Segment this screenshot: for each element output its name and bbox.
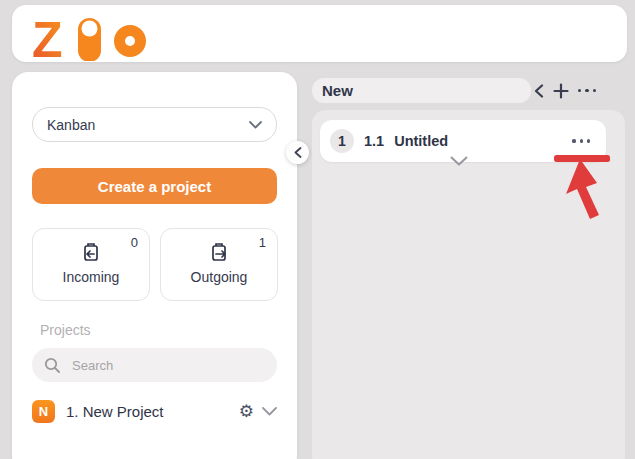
plus-icon: [553, 83, 569, 99]
task-number-badge: 1: [330, 129, 354, 153]
task-menu-button[interactable]: [572, 139, 590, 142]
column-nav: [534, 78, 596, 103]
column-back-button[interactable]: [534, 84, 544, 98]
outgoing-card[interactable]: 1 Outgoing: [160, 228, 278, 301]
view-mode-value: Kanban: [47, 117, 95, 133]
projects-section-label: Projects: [40, 322, 91, 338]
outgoing-count: 1: [259, 235, 266, 250]
create-project-button[interactable]: Create a project: [32, 168, 277, 204]
task-code: 1.1: [364, 133, 384, 149]
project-search: [32, 348, 277, 382]
project-avatar: N: [32, 400, 55, 423]
logo-i-dot: [82, 21, 98, 37]
chevron-left-icon: [534, 84, 544, 98]
app-window: Z Kanban Create a project 0: [0, 0, 635, 459]
ellipsis-icon: [578, 89, 581, 92]
search-icon: [44, 357, 61, 374]
task-title: Untitled: [394, 133, 448, 149]
project-name: 1. New Project: [66, 403, 239, 420]
chevron-down-icon: [249, 121, 262, 129]
column-title-field[interactable]: New: [312, 78, 531, 103]
zio-logo[interactable]: Z: [26, 11, 166, 61]
top-header-bar: Z: [12, 5, 627, 62]
incoming-card[interactable]: 0 Incoming: [32, 228, 150, 301]
logo-letter-z: Z: [32, 12, 63, 61]
project-chevron-down-icon[interactable]: [262, 407, 277, 416]
left-sidebar: Kanban Create a project 0 Incoming 1: [12, 72, 297, 459]
gear-icon[interactable]: ⚙: [239, 403, 254, 420]
column-title: New: [322, 82, 353, 99]
sidebar-collapse-button[interactable]: [286, 141, 309, 164]
column-panel: 1 1.1 Untitled: [312, 110, 625, 459]
column-menu-button[interactable]: [578, 89, 596, 92]
chevron-left-icon: [294, 147, 302, 158]
expand-card-chevron-down-icon[interactable]: [450, 156, 468, 167]
logo-o-ring: [120, 31, 141, 52]
project-list-item[interactable]: N 1. New Project ⚙: [32, 398, 277, 424]
outgoing-label: Outgoing: [161, 269, 277, 285]
view-mode-select[interactable]: Kanban: [32, 107, 277, 142]
ellipsis-icon: [572, 139, 575, 142]
search-input[interactable]: [70, 357, 265, 374]
incoming-label: Incoming: [33, 269, 149, 285]
stats-row: 0 Incoming 1: [32, 228, 278, 301]
add-card-button[interactable]: [553, 83, 569, 99]
incoming-count: 0: [131, 235, 138, 250]
